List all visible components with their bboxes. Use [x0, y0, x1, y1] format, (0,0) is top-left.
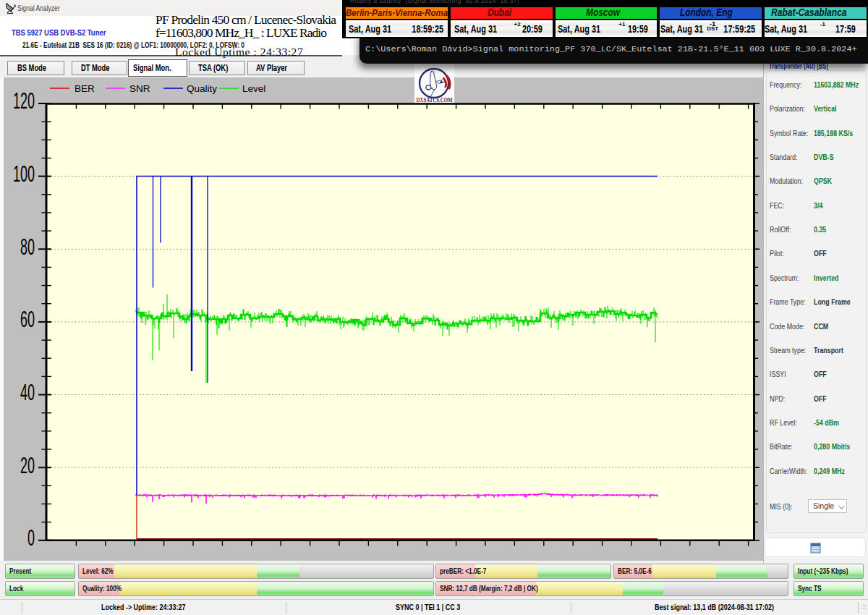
svg-text:DXSATCS.COM: DXSATCS.COM — [417, 96, 453, 103]
svg-text:20: 20 — [20, 452, 35, 477]
svg-text:80: 80 — [20, 234, 35, 259]
svg-text:Quality: Quality — [187, 83, 217, 94]
svg-text:0: 0 — [27, 525, 35, 550]
svg-text:120: 120 — [13, 88, 35, 113]
svg-text:100: 100 — [13, 161, 35, 186]
svg-text:Level: Level — [242, 83, 265, 94]
svg-text:BER: BER — [75, 83, 95, 94]
svg-text:40: 40 — [20, 380, 35, 404]
svg-text:SNR: SNR — [129, 83, 150, 94]
svg-text:60: 60 — [20, 307, 35, 331]
